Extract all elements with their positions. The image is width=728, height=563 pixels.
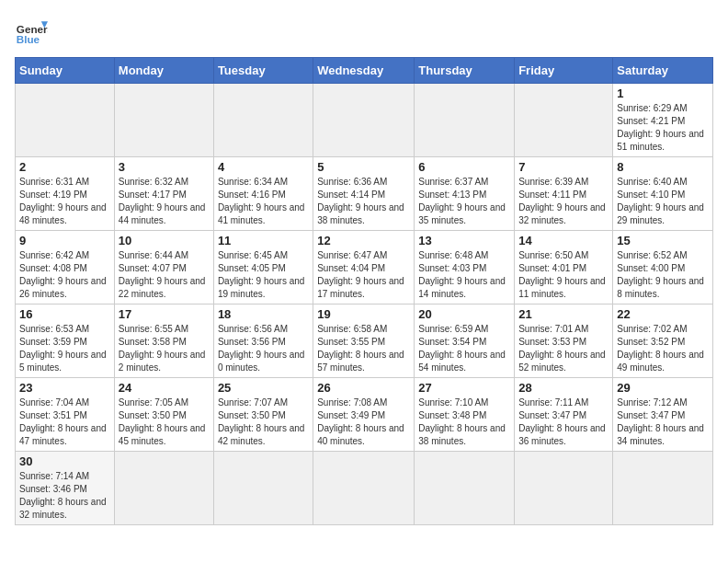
day-number: 23	[19, 381, 110, 395]
calendar-week-4: 16Sunrise: 6:53 AM Sunset: 3:59 PM Dayli…	[16, 304, 713, 378]
calendar-cell	[16, 84, 115, 157]
day-number: 30	[19, 454, 110, 468]
day-info: Sunrise: 7:02 AM Sunset: 3:52 PM Dayligh…	[617, 323, 709, 374]
calendar-cell: 13Sunrise: 6:48 AM Sunset: 4:03 PM Dayli…	[415, 231, 515, 304]
day-number: 13	[418, 234, 510, 247]
calendar-week-6: 30Sunrise: 7:14 AM Sunset: 3:46 PM Dayli…	[16, 452, 713, 525]
logo: General Blue	[15, 15, 51, 48]
day-number: 19	[317, 307, 410, 321]
day-info: Sunrise: 6:50 AM Sunset: 4:01 PM Dayligh…	[518, 249, 609, 301]
day-number: 3	[119, 160, 210, 174]
calendar-week-2: 2Sunrise: 6:31 AM Sunset: 4:19 PM Daylig…	[16, 157, 713, 231]
day-info: Sunrise: 6:32 AM Sunset: 4:17 PM Dayligh…	[119, 176, 210, 227]
day-info: Sunrise: 7:14 AM Sunset: 3:46 PM Dayligh…	[19, 470, 110, 522]
day-number: 28	[518, 381, 609, 395]
day-info: Sunrise: 6:48 AM Sunset: 4:03 PM Dayligh…	[418, 249, 510, 301]
day-info: Sunrise: 6:56 AM Sunset: 3:56 PM Dayligh…	[218, 323, 309, 374]
day-info: Sunrise: 6:55 AM Sunset: 3:58 PM Dayligh…	[119, 323, 210, 374]
calendar-cell: 9Sunrise: 6:42 AM Sunset: 4:08 PM Daylig…	[16, 231, 115, 304]
day-number: 20	[418, 307, 510, 321]
day-info: Sunrise: 6:44 AM Sunset: 4:07 PM Dayligh…	[119, 249, 210, 301]
day-number: 18	[218, 307, 309, 321]
day-info: Sunrise: 6:31 AM Sunset: 4:19 PM Dayligh…	[19, 176, 110, 227]
day-number: 27	[418, 381, 510, 395]
page-header: General Blue	[15, 15, 713, 48]
calendar-cell	[114, 84, 213, 157]
calendar-cell: 2Sunrise: 6:31 AM Sunset: 4:19 PM Daylig…	[16, 157, 115, 231]
day-info: Sunrise: 6:47 AM Sunset: 4:04 PM Dayligh…	[317, 249, 410, 301]
calendar-cell: 8Sunrise: 6:40 AM Sunset: 4:10 PM Daylig…	[613, 157, 713, 231]
day-number: 15	[617, 234, 709, 247]
calendar-cell: 17Sunrise: 6:55 AM Sunset: 3:58 PM Dayli…	[114, 304, 213, 378]
calendar-week-1: 1Sunrise: 6:29 AM Sunset: 4:21 PM Daylig…	[16, 84, 713, 157]
day-number: 16	[19, 307, 110, 321]
day-info: Sunrise: 6:37 AM Sunset: 4:13 PM Dayligh…	[418, 176, 510, 227]
day-number: 1	[617, 86, 709, 100]
day-info: Sunrise: 7:10 AM Sunset: 3:48 PM Dayligh…	[418, 396, 510, 448]
calendar-cell: 24Sunrise: 7:05 AM Sunset: 3:50 PM Dayli…	[114, 378, 213, 452]
day-info: Sunrise: 6:34 AM Sunset: 4:16 PM Dayligh…	[218, 176, 309, 227]
calendar-cell: 20Sunrise: 6:59 AM Sunset: 3:54 PM Dayli…	[415, 304, 515, 378]
day-number: 21	[518, 307, 609, 321]
day-number: 26	[317, 381, 410, 395]
calendar-header-saturday: Saturday	[613, 58, 713, 84]
day-number: 25	[218, 381, 309, 395]
day-info: Sunrise: 6:29 AM Sunset: 4:21 PM Dayligh…	[617, 102, 709, 154]
day-number: 22	[617, 307, 709, 321]
day-number: 10	[119, 234, 210, 247]
day-info: Sunrise: 6:42 AM Sunset: 4:08 PM Dayligh…	[19, 249, 110, 301]
day-info: Sunrise: 6:52 AM Sunset: 4:00 PM Dayligh…	[617, 249, 709, 301]
day-info: Sunrise: 6:45 AM Sunset: 4:05 PM Dayligh…	[218, 249, 309, 301]
calendar-cell	[415, 452, 515, 525]
svg-text:Blue: Blue	[17, 33, 40, 45]
calendar-cell: 12Sunrise: 6:47 AM Sunset: 4:04 PM Dayli…	[313, 231, 415, 304]
day-info: Sunrise: 6:40 AM Sunset: 4:10 PM Dayligh…	[617, 176, 709, 227]
calendar-cell: 15Sunrise: 6:52 AM Sunset: 4:00 PM Dayli…	[613, 231, 713, 304]
day-number: 9	[19, 234, 110, 247]
day-info: Sunrise: 7:08 AM Sunset: 3:49 PM Dayligh…	[317, 396, 410, 448]
day-info: Sunrise: 6:53 AM Sunset: 3:59 PM Dayligh…	[19, 323, 110, 374]
day-number: 17	[119, 307, 210, 321]
calendar-cell: 11Sunrise: 6:45 AM Sunset: 4:05 PM Dayli…	[213, 231, 313, 304]
calendar-cell: 27Sunrise: 7:10 AM Sunset: 3:48 PM Dayli…	[415, 378, 515, 452]
calendar-cell	[515, 452, 613, 525]
day-number: 24	[119, 381, 210, 395]
calendar-cell: 3Sunrise: 6:32 AM Sunset: 4:17 PM Daylig…	[114, 157, 213, 231]
calendar-cell: 19Sunrise: 6:58 AM Sunset: 3:55 PM Dayli…	[313, 304, 415, 378]
calendar-cell: 16Sunrise: 6:53 AM Sunset: 3:59 PM Dayli…	[16, 304, 115, 378]
day-info: Sunrise: 6:59 AM Sunset: 3:54 PM Dayligh…	[418, 323, 510, 374]
calendar-header-row: SundayMondayTuesdayWednesdayThursdayFrid…	[16, 58, 713, 84]
day-info: Sunrise: 6:58 AM Sunset: 3:55 PM Dayligh…	[317, 323, 410, 374]
calendar-cell: 23Sunrise: 7:04 AM Sunset: 3:51 PM Dayli…	[16, 378, 115, 452]
calendar-cell: 21Sunrise: 7:01 AM Sunset: 3:53 PM Dayli…	[515, 304, 613, 378]
day-number: 5	[317, 160, 410, 174]
day-number: 11	[218, 234, 309, 247]
day-number: 7	[518, 160, 609, 174]
calendar-cell: 10Sunrise: 6:44 AM Sunset: 4:07 PM Dayli…	[114, 231, 213, 304]
calendar-header-friday: Friday	[515, 58, 613, 84]
calendar-cell	[613, 452, 713, 525]
calendar-header-sunday: Sunday	[16, 58, 115, 84]
calendar-cell: 29Sunrise: 7:12 AM Sunset: 3:47 PM Dayli…	[613, 378, 713, 452]
day-info: Sunrise: 7:04 AM Sunset: 3:51 PM Dayligh…	[19, 396, 110, 448]
calendar-cell	[213, 84, 313, 157]
calendar-week-3: 9Sunrise: 6:42 AM Sunset: 4:08 PM Daylig…	[16, 231, 713, 304]
calendar-cell	[313, 84, 415, 157]
calendar-cell	[213, 452, 313, 525]
calendar-cell: 6Sunrise: 6:37 AM Sunset: 4:13 PM Daylig…	[415, 157, 515, 231]
day-info: Sunrise: 7:05 AM Sunset: 3:50 PM Dayligh…	[119, 396, 210, 448]
calendar-cell: 25Sunrise: 7:07 AM Sunset: 3:50 PM Dayli…	[213, 378, 313, 452]
calendar-header-wednesday: Wednesday	[313, 58, 415, 84]
day-number: 2	[19, 160, 110, 174]
calendar-week-5: 23Sunrise: 7:04 AM Sunset: 3:51 PM Dayli…	[16, 378, 713, 452]
calendar-cell: 30Sunrise: 7:14 AM Sunset: 3:46 PM Dayli…	[16, 452, 115, 525]
day-number: 14	[518, 234, 609, 247]
logo-icon: General Blue	[15, 15, 48, 48]
day-info: Sunrise: 7:11 AM Sunset: 3:47 PM Dayligh…	[518, 396, 609, 448]
day-info: Sunrise: 6:39 AM Sunset: 4:11 PM Dayligh…	[518, 176, 609, 227]
day-number: 4	[218, 160, 309, 174]
calendar-header-monday: Monday	[114, 58, 213, 84]
calendar-cell: 28Sunrise: 7:11 AM Sunset: 3:47 PM Dayli…	[515, 378, 613, 452]
calendar-cell: 7Sunrise: 6:39 AM Sunset: 4:11 PM Daylig…	[515, 157, 613, 231]
day-number: 8	[617, 160, 709, 174]
